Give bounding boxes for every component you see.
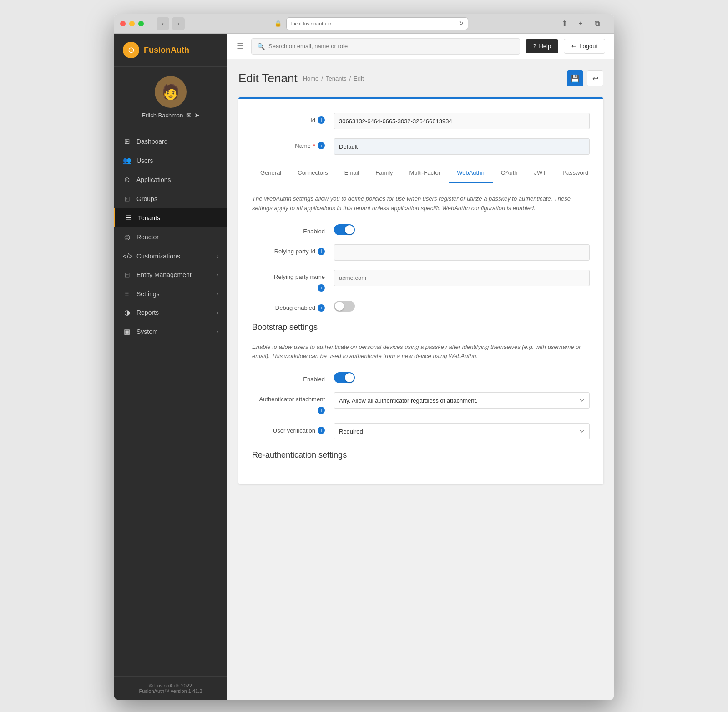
tab-email[interactable]: Email (336, 164, 368, 183)
id-input[interactable] (334, 113, 590, 129)
save-button[interactable]: 💾 (567, 70, 583, 86)
refresh-icon[interactable]: ↻ (459, 20, 463, 26)
name-input[interactable] (334, 138, 590, 155)
breadcrumb-home[interactable]: Home (303, 75, 319, 82)
tabs-icon[interactable]: ⧉ (591, 17, 603, 30)
page-content: Edit Tenant Home / Tenants / Edit 💾 ↩ (228, 59, 614, 700)
sidebar-item-system[interactable]: ▣ System ‹ (114, 322, 228, 341)
toggle-thumb-off (335, 302, 344, 311)
tab-connectors[interactable]: Connectors (289, 164, 336, 183)
help-button[interactable]: ? Help (526, 39, 558, 53)
top-bar: ☰ 🔍 ? Help ↩ Logout (228, 34, 614, 59)
relying-party-id-input[interactable] (334, 244, 590, 261)
search-box[interactable]: 🔍 (251, 38, 520, 55)
logo-accent: Auth (171, 45, 189, 55)
customizations-icon: </> (123, 252, 131, 260)
search-icon: 🔍 (257, 43, 265, 50)
tab-oauth[interactable]: OAuth (493, 164, 526, 183)
debug-info-icon[interactable]: i (318, 304, 325, 312)
footer-line2: FusionAuth™ version 1.41.2 (123, 688, 218, 694)
new-tab-icon[interactable]: + (574, 17, 587, 30)
webauthn-tab-content: The WebAuthn settings allow you to defin… (252, 194, 590, 465)
tabs-container: General Connectors Email Family Multi-Fa… (252, 164, 590, 183)
relying-party-name-info-icon[interactable]: i (318, 284, 325, 292)
address-bar[interactable]: local.fusionauth.io ↻ (286, 17, 468, 30)
sidebar-item-customizations[interactable]: </> Customizations ‹ (114, 247, 228, 265)
sidebar-item-entity-management[interactable]: ⊟ Entity Management ‹ (114, 265, 228, 284)
bootstrap-enabled-toggle[interactable] (334, 372, 355, 383)
title-bar-actions: ⬆ + ⧉ (558, 17, 603, 30)
app-window: ‹ › 🔒 local.fusionauth.io ↻ ⬆ + ⧉ ⊙ Fusi… (114, 14, 614, 700)
bootstrap-enabled-label: Enabled (252, 372, 325, 383)
help-icon: ? (533, 43, 536, 50)
relying-party-name-input[interactable] (334, 270, 590, 286)
avatar: 🧑 (155, 76, 187, 108)
dashboard-icon: ⊞ (123, 137, 131, 146)
sidebar-logo: ⊙ FusionAuth (114, 34, 228, 67)
user-verification-select[interactable]: Required Preferred Discouraged (334, 423, 590, 439)
help-label: Help (539, 43, 551, 50)
sidebar-item-label: Users (136, 157, 153, 164)
form-card: Id i Name * i (238, 97, 603, 484)
tab-password[interactable]: Password (554, 164, 590, 183)
sidebar-item-dashboard[interactable]: ⊞ Dashboard (114, 132, 228, 151)
tab-multi-factor[interactable]: Multi-Factor (401, 164, 449, 183)
sidebar-nav: ⊞ Dashboard 👥 Users ⊙ Applications ⊡ Gro… (114, 128, 228, 676)
reports-icon: ◑ (123, 308, 131, 317)
page-header-left: Edit Tenant Home / Tenants / Edit (238, 71, 364, 86)
reauth-heading: Re-authentication settings (252, 450, 590, 465)
tab-family[interactable]: Family (367, 164, 401, 183)
share-icon[interactable]: ⬆ (558, 17, 571, 30)
sidebar-item-label: Groups (136, 195, 157, 202)
authenticator-attachment-info-icon[interactable]: i (318, 407, 325, 414)
message-icon[interactable]: ✉ (186, 111, 192, 119)
chevron-right-icon: ‹ (217, 291, 218, 297)
name-field-row: Name * i (252, 138, 590, 155)
tab-webauthn[interactable]: WebAuthn (449, 164, 492, 183)
chevron-right-icon: ‹ (217, 253, 218, 259)
maximize-button[interactable] (138, 21, 144, 26)
forward-button[interactable]: › (172, 17, 185, 30)
breadcrumb-tenants[interactable]: Tenants (326, 75, 347, 82)
sidebar-item-applications[interactable]: ⊙ Applications (114, 170, 228, 189)
settings-icon: ≡ (123, 290, 131, 298)
breadcrumb: Home / Tenants / Edit (303, 75, 364, 82)
reactor-icon: ◎ (123, 233, 131, 241)
close-button[interactable] (120, 21, 126, 26)
sidebar-item-users[interactable]: 👥 Users (114, 151, 228, 170)
toggle-thumb-bootstrap (345, 373, 354, 382)
sidebar-item-settings[interactable]: ≡ Settings ‹ (114, 284, 228, 303)
toggle-thumb (345, 225, 354, 234)
sidebar-item-label: Tenants (138, 214, 160, 222)
sidebar-item-groups[interactable]: ⊡ Groups (114, 189, 228, 208)
authenticator-attachment-row: Authenticator attachment i Any. Allow al… (252, 392, 590, 414)
authenticator-attachment-select[interactable]: Any. Allow all authenticator regardless … (334, 392, 590, 409)
sidebar-item-reactor[interactable]: ◎ Reactor (114, 227, 228, 247)
user-verification-info-icon[interactable]: i (318, 427, 325, 434)
browser-controls: ‹ › (157, 17, 185, 30)
tenants-icon: ☰ (124, 214, 132, 222)
tab-general[interactable]: General (252, 164, 289, 183)
back-to-list-button[interactable]: ↩ (587, 70, 603, 86)
logout-button[interactable]: ↩ Logout (564, 39, 605, 54)
lock-icon: 🔒 (274, 20, 282, 27)
relying-party-id-info-icon[interactable]: i (318, 248, 325, 255)
debug-enabled-toggle[interactable] (334, 301, 355, 312)
relying-party-id-label: Relying party Id i (252, 244, 325, 255)
relying-party-name-row: Relying party name i (252, 270, 590, 292)
sidebar-item-label: System (136, 328, 158, 335)
nav-icon-arrow[interactable]: ➤ (194, 111, 200, 119)
sidebar-item-tenants[interactable]: ☰ Tenants (114, 208, 228, 227)
menu-icon[interactable]: ☰ (237, 41, 244, 51)
url-text: local.fusionauth.io (291, 21, 331, 26)
sidebar-item-reports[interactable]: ◑ Reports ‹ (114, 303, 228, 322)
enabled-toggle[interactable] (334, 224, 355, 235)
search-input[interactable] (268, 43, 514, 50)
id-info-icon[interactable]: i (318, 116, 325, 124)
minimize-button[interactable] (129, 21, 135, 26)
name-info-icon[interactable]: i (318, 142, 325, 149)
tab-jwt[interactable]: JWT (526, 164, 554, 183)
back-button[interactable]: ‹ (157, 17, 169, 30)
required-indicator: * (313, 142, 315, 149)
enabled-row: Enabled (252, 224, 590, 235)
